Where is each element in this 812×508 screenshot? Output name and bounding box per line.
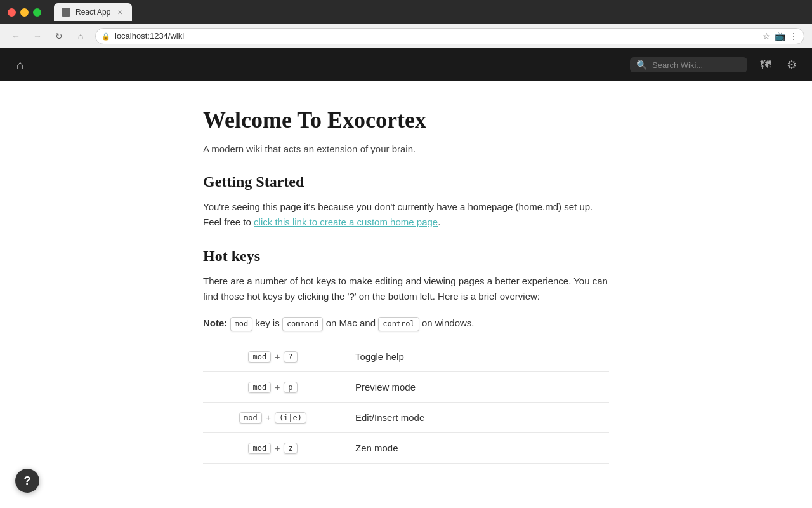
lock-icon: 🔒	[102, 32, 110, 40]
hot-keys-description: There are a number of hot keys to make e…	[203, 274, 609, 304]
edit-insert-label: Edit/Insert mode	[355, 412, 424, 423]
getting-started-paragraph: You're seeing this page it's because you…	[203, 199, 609, 230]
plus-sign: +	[275, 443, 280, 453]
table-row: mod + p Preview mode	[203, 372, 609, 403]
address-bar: ← → ↻ ⌂ 🔒 ☆ 📺 ⋮	[0, 24, 812, 48]
address-input-container: 🔒 ☆ 📺 ⋮	[95, 28, 804, 44]
menu-button[interactable]: ⋮	[789, 31, 798, 41]
mod-key: mod	[248, 443, 271, 454]
titlebar: React App ✕	[0, 0, 812, 24]
search-input[interactable]	[652, 60, 741, 70]
bookmark-button[interactable]: ☆	[763, 31, 771, 41]
hotkeys-tbody: mod + ? Toggle help mod + p	[203, 342, 609, 464]
mod-key-badge: mod	[230, 317, 253, 331]
table-row: mod + z Zen mode	[203, 433, 609, 464]
tab-close-button[interactable]: ✕	[115, 8, 124, 17]
getting-started-section: Getting Started You're seeing this page …	[203, 173, 609, 230]
settings-button[interactable]: ⚙	[784, 55, 799, 74]
mod-key: mod	[239, 412, 262, 424]
maximize-button[interactable]	[33, 8, 41, 17]
settings-icon: ⚙	[787, 58, 797, 71]
hotkey-description-cell: Zen mode	[343, 433, 609, 464]
plus-sign: +	[275, 382, 280, 392]
key-combo-preview: mod + p	[248, 382, 297, 393]
ie-key: (i|e)	[275, 412, 306, 424]
app-navbar-left: ⌂	[13, 54, 28, 76]
z-key: z	[284, 443, 297, 454]
forward-button[interactable]: →	[29, 28, 46, 44]
control-key-badge: control	[378, 317, 419, 331]
plus-sign: +	[275, 352, 280, 362]
hotkey-combo-cell: mod + p	[203, 372, 343, 403]
home-browser-button[interactable]: ⌂	[72, 28, 89, 44]
map-icon: 🗺	[760, 58, 771, 71]
app-navbar-right: 🔍 🗺 ⚙	[630, 55, 799, 74]
minimize-button[interactable]	[20, 8, 29, 17]
help-button[interactable]: ?	[15, 469, 39, 493]
note-on-windows: on windows.	[422, 318, 475, 328]
page-subtitle: A modern wiki that acts an extension of …	[203, 144, 609, 154]
command-key-badge: command	[282, 317, 324, 331]
p-key: p	[284, 382, 297, 393]
app-navbar: ⌂ 🔍 🗺 ⚙	[0, 48, 812, 81]
home-icon: ⌂	[16, 58, 24, 72]
toggle-help-label: Toggle help	[355, 351, 404, 362]
help-icon: ?	[24, 474, 31, 488]
table-row: mod + (i|e) Edit/Insert mode	[203, 403, 609, 433]
traffic-lights	[8, 8, 41, 17]
note-paragraph: Note: mod key is command on Mac and cont…	[203, 316, 609, 331]
hotkey-combo-cell: mod + z	[203, 433, 343, 464]
tab-title: React App	[75, 8, 110, 17]
hot-keys-section: Hot keys There are a number of hot keys …	[203, 248, 609, 464]
getting-started-text-2: .	[438, 217, 440, 227]
mod-key: mod	[248, 351, 271, 363]
back-button[interactable]: ←	[8, 28, 24, 44]
page-title: Welcome To Exocortex	[203, 107, 609, 133]
browser-tab[interactable]: React App ✕	[54, 3, 132, 21]
home-button[interactable]: ⌂	[13, 54, 28, 76]
create-home-page-link[interactable]: click this link to create a custom home …	[254, 217, 438, 227]
preview-mode-label: Preview mode	[355, 382, 416, 392]
tab-bar: React App ✕	[54, 3, 132, 21]
hotkey-combo-cell: mod + (i|e)	[203, 403, 343, 433]
table-row: mod + ? Toggle help	[203, 342, 609, 372]
hotkey-description-cell: Preview mode	[343, 372, 609, 403]
key-combo-zen: mod + z	[248, 443, 297, 454]
refresh-button[interactable]: ↻	[51, 28, 67, 44]
getting-started-heading: Getting Started	[203, 173, 609, 190]
search-container: 🔍	[630, 57, 747, 72]
zen-mode-label: Zen mode	[355, 443, 398, 453]
close-button[interactable]	[8, 8, 16, 17]
note-label: Note:	[203, 318, 227, 328]
hot-keys-heading: Hot keys	[203, 248, 609, 265]
plus-sign: +	[266, 413, 271, 423]
hotkeys-table: mod + ? Toggle help mod + p	[203, 342, 609, 464]
cast-button[interactable]: 📺	[775, 31, 785, 41]
address-right-icons: ☆ 📺 ⋮	[763, 31, 798, 41]
mod-key: mod	[248, 382, 271, 393]
hotkey-description-cell: Toggle help	[343, 342, 609, 372]
hotkey-combo-cell: mod + ?	[203, 342, 343, 372]
key-combo-edit-insert: mod + (i|e)	[239, 412, 306, 424]
main-content: Welcome To Exocortex A modern wiki that …	[190, 81, 622, 508]
note-on-mac: on Mac and	[326, 318, 379, 328]
tab-favicon	[62, 8, 70, 17]
note-text: key is	[255, 318, 282, 328]
search-icon: 🔍	[636, 60, 647, 70]
map-button[interactable]: 🗺	[757, 56, 774, 74]
nav-buttons: ← → ↻ ⌂	[8, 28, 89, 44]
address-input[interactable]	[95, 28, 804, 44]
question-key: ?	[284, 351, 297, 363]
hotkey-description-cell: Edit/Insert mode	[343, 403, 609, 433]
key-combo-toggle-help: mod + ?	[248, 351, 297, 363]
